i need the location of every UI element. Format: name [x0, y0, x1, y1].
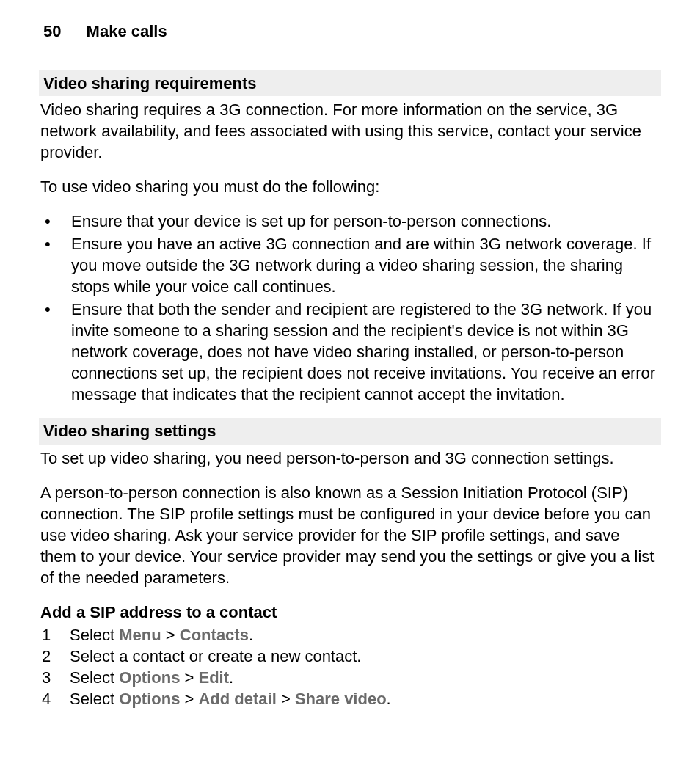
step-text: Select	[70, 668, 119, 687]
path-separator: >	[180, 668, 198, 687]
section-heading-settings: Video sharing settings	[39, 418, 661, 444]
settings-body: A person-to-person connection is also kn…	[40, 482, 660, 588]
step-text: Select	[70, 626, 119, 644]
step-3: Select Options > Edit.	[40, 667, 660, 688]
step-2: Select a contact or create a new contact…	[40, 646, 660, 667]
settings-intro: To set up video sharing, you need person…	[40, 447, 660, 469]
list-item: Ensure that your device is set up for pe…	[40, 211, 660, 232]
punct: .	[387, 690, 391, 708]
path-separator: >	[161, 626, 180, 644]
running-header: 50 Make calls	[40, 21, 660, 45]
menu-path-item: Share video	[295, 690, 387, 708]
list-item: Ensure you have an active 3G connection …	[40, 233, 660, 297]
page-number: 50	[43, 21, 61, 42]
list-item: Ensure that both the sender and recipien…	[40, 299, 660, 405]
requirements-lead-in: To use video sharing you must do the fol…	[40, 176, 660, 197]
requirements-list: Ensure that your device is set up for pe…	[40, 211, 660, 405]
step-4: Select Options > Add detail > Share vide…	[40, 688, 660, 709]
page: 50 Make calls Video sharing requirements…	[0, 0, 700, 739]
subheading-sip: Add a SIP address to a contact	[40, 602, 660, 623]
menu-path-item: Edit	[198, 668, 229, 687]
punct: .	[229, 668, 233, 687]
path-separator: >	[180, 690, 198, 708]
path-separator: >	[277, 690, 295, 708]
step-text: Select	[70, 690, 119, 708]
menu-path-item: Options	[119, 690, 180, 708]
menu-path-item: Add detail	[198, 690, 276, 708]
sip-steps: Select Menu > Contacts. Select a contact…	[40, 624, 660, 709]
menu-path-item: Menu	[119, 626, 161, 644]
requirements-intro: Video sharing requires a 3G connection. …	[40, 99, 660, 163]
punct: .	[249, 626, 253, 644]
menu-path-item: Contacts	[180, 626, 249, 644]
section-heading-requirements: Video sharing requirements	[39, 70, 661, 96]
menu-path-item: Options	[119, 668, 180, 687]
step-1: Select Menu > Contacts.	[40, 624, 660, 646]
header-section-title: Make calls	[87, 22, 167, 40]
